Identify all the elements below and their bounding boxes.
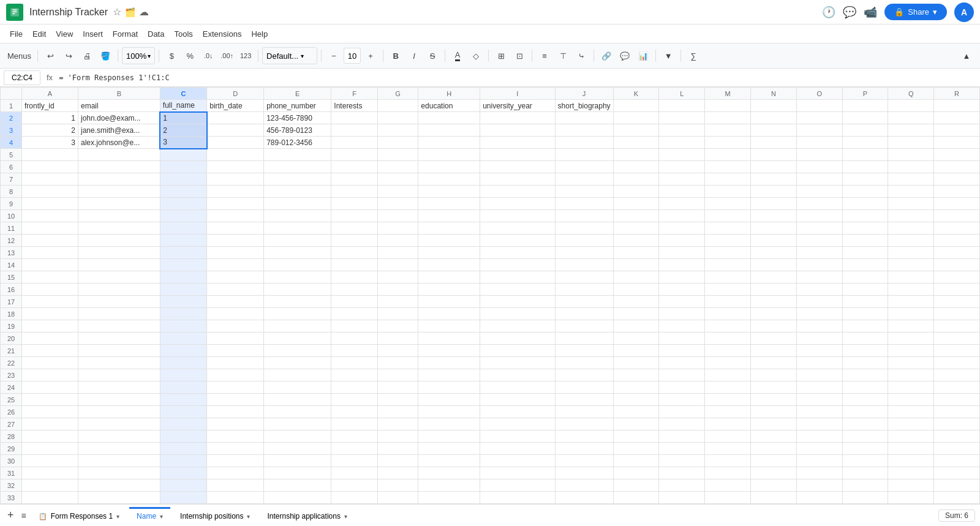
cell-O33[interactable] [796, 492, 842, 504]
cell-R30[interactable] [934, 455, 980, 467]
cell-E17[interactable] [264, 296, 331, 308]
cell-I27[interactable] [480, 418, 555, 430]
cell-E32[interactable] [264, 479, 331, 492]
cell-D27[interactable] [207, 418, 264, 430]
cell-D1[interactable]: birth_date [207, 100, 264, 112]
cell-D5[interactable] [207, 149, 264, 161]
cell-Q12[interactable] [888, 235, 934, 247]
cell-R26[interactable] [934, 406, 980, 418]
cell-M8[interactable] [705, 186, 751, 198]
cell-Q27[interactable] [888, 418, 934, 430]
cell-O9[interactable] [796, 198, 842, 210]
cell-O18[interactable] [796, 308, 842, 320]
cell-E20[interactable] [264, 333, 331, 345]
cell-O25[interactable] [796, 394, 842, 406]
cell-P13[interactable] [842, 247, 888, 259]
cell-N15[interactable] [751, 271, 797, 284]
cell-N23[interactable] [751, 369, 797, 381]
cell-N4[interactable] [751, 137, 797, 149]
cell-K19[interactable] [613, 320, 659, 333]
menu-item-extensions[interactable]: Extensions [198, 27, 247, 41]
chat-icon[interactable]: 💬 [843, 6, 856, 19]
cell-Q26[interactable] [888, 406, 934, 418]
font-size-increase[interactable]: + [362, 47, 379, 64]
cell-J17[interactable] [555, 296, 613, 308]
cell-N10[interactable] [751, 210, 797, 222]
cell-L1[interactable] [659, 100, 705, 112]
cell-H24[interactable] [418, 381, 480, 394]
row-header-9[interactable]: 9 [1, 198, 22, 210]
cell-E5[interactable] [264, 149, 331, 161]
cell-F7[interactable] [331, 173, 377, 186]
cell-Q3[interactable] [888, 124, 934, 137]
cell-reference[interactable]: C2:C4 [4, 70, 40, 85]
cell-B22[interactable] [78, 357, 160, 369]
cell-E10[interactable] [264, 210, 331, 222]
cell-I4[interactable] [480, 137, 555, 149]
cell-B14[interactable] [78, 259, 160, 271]
cell-O28[interactable] [796, 430, 842, 443]
cell-B1[interactable]: email [78, 100, 160, 112]
cell-O17[interactable] [796, 296, 842, 308]
cell-Q25[interactable] [888, 394, 934, 406]
cell-L6[interactable] [659, 161, 705, 173]
cell-M6[interactable] [705, 161, 751, 173]
cell-H25[interactable] [418, 394, 480, 406]
meet-icon[interactable]: 📹 [864, 6, 877, 19]
cell-H14[interactable] [418, 259, 480, 271]
cell-J24[interactable] [555, 381, 613, 394]
cell-E18[interactable] [264, 308, 331, 320]
cell-A5[interactable] [22, 149, 78, 161]
cell-J16[interactable] [555, 284, 613, 296]
col-header-F[interactable]: F [331, 88, 377, 100]
cell-I12[interactable] [480, 235, 555, 247]
cell-C31[interactable] [160, 467, 206, 479]
cell-F24[interactable] [331, 381, 377, 394]
cell-P32[interactable] [842, 479, 888, 492]
cell-D4[interactable] [207, 137, 264, 149]
row-header-3[interactable]: 3 [1, 124, 22, 137]
cell-Q9[interactable] [888, 198, 934, 210]
cell-K16[interactable] [613, 284, 659, 296]
cell-J2[interactable] [555, 112, 613, 124]
cell-J14[interactable] [555, 259, 613, 271]
cell-F18[interactable] [331, 308, 377, 320]
cell-M31[interactable] [705, 467, 751, 479]
cloud-icon[interactable]: ☁ [139, 6, 149, 18]
row-header-13[interactable]: 13 [1, 247, 22, 259]
cell-M5[interactable] [705, 149, 751, 161]
cell-G33[interactable] [377, 492, 418, 504]
cell-O30[interactable] [796, 455, 842, 467]
chart-button[interactable]: 📊 [635, 47, 652, 64]
cell-H17[interactable] [418, 296, 480, 308]
cell-J19[interactable] [555, 320, 613, 333]
cell-G4[interactable] [377, 137, 418, 149]
cell-L24[interactable] [659, 381, 705, 394]
text-color-button[interactable]: A [449, 47, 466, 64]
cell-L25[interactable] [659, 394, 705, 406]
cell-C32[interactable] [160, 479, 206, 492]
cell-K7[interactable] [613, 173, 659, 186]
cell-B25[interactable] [78, 394, 160, 406]
cell-P30[interactable] [842, 455, 888, 467]
cell-K9[interactable] [613, 198, 659, 210]
cell-D15[interactable] [207, 271, 264, 284]
cell-Q5[interactable] [888, 149, 934, 161]
cell-N7[interactable] [751, 173, 797, 186]
cell-E7[interactable] [264, 173, 331, 186]
cell-G24[interactable] [377, 381, 418, 394]
cell-N20[interactable] [751, 333, 797, 345]
cell-K18[interactable] [613, 308, 659, 320]
row-header-26[interactable]: 26 [1, 406, 22, 418]
row-header-24[interactable]: 24 [1, 381, 22, 394]
cell-O4[interactable] [796, 137, 842, 149]
cell-M23[interactable] [705, 369, 751, 381]
cell-L2[interactable] [659, 112, 705, 124]
cell-O5[interactable] [796, 149, 842, 161]
cell-R5[interactable] [934, 149, 980, 161]
cell-P12[interactable] [842, 235, 888, 247]
cell-M17[interactable] [705, 296, 751, 308]
cell-N2[interactable] [751, 112, 797, 124]
cell-L29[interactable] [659, 443, 705, 455]
cell-D26[interactable] [207, 406, 264, 418]
